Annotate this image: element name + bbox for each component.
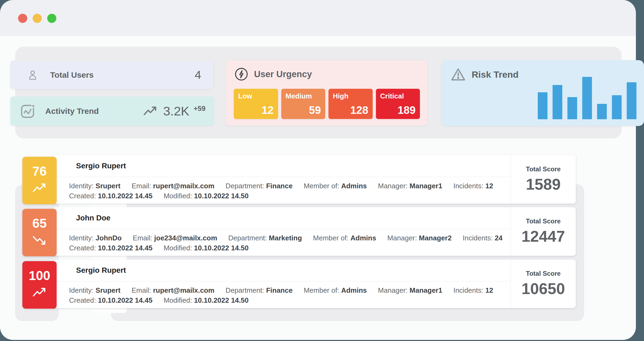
user-details-line-1: Identity: Srupert Email: rupert@mailx.co… — [69, 285, 511, 295]
total-score-panel: Total Score 10650 — [511, 260, 576, 308]
field-value: 10.10.2022 14.50 — [194, 192, 248, 200]
user-row[interactable]: Sergio Rupert Identity: Srupert Email: r… — [53, 155, 576, 204]
field-value: 10.10.2022 14.50 — [194, 296, 248, 304]
field-label: Identity: — [69, 182, 94, 190]
field-value: 12 — [485, 286, 493, 294]
total-users-value: 4 — [195, 68, 201, 81]
field-label: Created: — [69, 192, 96, 200]
field-value: joe234@mailx.com — [154, 234, 217, 242]
user-details-line-2: Created: 10.10.2022 14.45 Modified: 10.1… — [69, 295, 511, 305]
user-row[interactable]: Sergio Rupert Identity: Srupert Email: r… — [53, 260, 576, 308]
trend-up-icon — [143, 105, 158, 117]
field-label: Manager: — [378, 286, 407, 294]
field-value: JohnDo — [95, 234, 122, 242]
field-label: Incidents: — [453, 286, 483, 294]
user-row-badge: 76 — [22, 157, 57, 204]
field-value: Admins — [341, 286, 367, 294]
field-value: Manager1 — [410, 286, 442, 294]
user-details: Identity: JohnDo Email: joe234@mailx.com… — [53, 229, 511, 253]
field-value: Manager1 — [410, 182, 442, 190]
activity-trend-card: Activity Trend 3.2K +59 — [10, 97, 214, 125]
total-score-panel: Total Score 12447 — [511, 207, 576, 256]
urgency-tile-value: 128 — [350, 104, 368, 116]
field-value: rupert@mailx.com — [153, 182, 214, 190]
field-value: Admins — [341, 182, 367, 190]
field-label: Created: — [69, 296, 96, 304]
risk-bar — [582, 77, 592, 119]
field-value: rupert@mailx.com — [153, 286, 214, 294]
urgency-tile-value: 189 — [398, 104, 416, 116]
user-details: Identity: Srupert Email: rupert@mailx.co… — [53, 281, 511, 305]
dashboard-screenshot: Total Users 4 Activity Trend 3.2K +59 Us… — [0, 0, 644, 341]
field-label: Email: — [132, 286, 151, 294]
user-row-badge: 100 — [22, 261, 57, 309]
risk-bar — [597, 104, 607, 119]
risk-trend-bars — [538, 77, 636, 119]
field-label: Incidents: — [463, 234, 493, 242]
field-value: 10.10.2022 14.45 — [98, 296, 152, 304]
trend-up-icon — [32, 182, 47, 194]
activity-icon — [19, 103, 36, 120]
field-value: Admins — [351, 234, 376, 242]
urgency-tiles: Low 12 Medium 59 High 128 Critical 189 — [234, 89, 420, 119]
user-score: 76 — [32, 164, 47, 179]
field-value: Manager2 — [419, 234, 451, 242]
urgency-tile-medium: Medium 59 — [281, 89, 326, 119]
urgency-bolt-icon — [234, 67, 249, 81]
minimize-window-button[interactable] — [33, 14, 42, 23]
trend-down-icon — [32, 234, 47, 246]
warning-triangle-icon — [451, 67, 466, 81]
field-label: Member of: — [304, 182, 339, 190]
total-score-panel: Total Score 1589 — [511, 155, 576, 204]
field-value: 10.10.2022 14.45 — [98, 244, 152, 252]
risk-trend-card: Risk Trend — [441, 60, 644, 126]
user-score: 100 — [29, 268, 50, 283]
field-label: Department: — [225, 182, 264, 190]
field-value: Finance — [266, 286, 293, 294]
total-score-value: 12447 — [522, 227, 565, 245]
activity-trend-label: Activity Trend — [45, 107, 99, 116]
user-details-line-1: Identity: JohnDo Email: joe234@mailx.com… — [69, 233, 511, 243]
window-titlebar — [0, 0, 636, 36]
trend-up-icon — [32, 287, 47, 298]
field-label: Identity: — [69, 234, 94, 242]
user-details: Identity: Srupert Email: rupert@mailx.co… — [53, 177, 511, 201]
field-value: 10.10.2022 14.50 — [194, 244, 248, 252]
user-urgency-card: User Urgency Low 12 Medium 59 High 128 C… — [226, 60, 427, 125]
urgency-tile-high: High 128 — [328, 89, 373, 119]
urgency-tile-label: High — [333, 92, 348, 100]
user-row-main: Sergio Rupert Identity: Srupert Email: r… — [53, 260, 511, 308]
risk-bar — [612, 95, 622, 119]
field-value: 24 — [495, 234, 502, 242]
user-name: Sergio Rupert — [53, 155, 511, 177]
urgency-tile-label: Medium — [286, 92, 312, 100]
field-label: Department: — [228, 234, 267, 242]
user-icon — [27, 69, 38, 81]
maximize-window-button[interactable] — [47, 14, 56, 23]
user-row[interactable]: John Doe Identity: JohnDo Email: joe234@… — [53, 207, 576, 256]
activity-trend-value: 3.2K — [163, 104, 189, 118]
total-score-label: Total Score — [526, 217, 561, 225]
urgency-tile-label: Low — [238, 92, 252, 100]
field-label: Manager: — [378, 182, 407, 190]
field-label: Member of: — [313, 234, 349, 242]
user-row-badge: 65 — [22, 209, 57, 256]
field-value: Finance — [266, 182, 293, 190]
activity-trend-delta: +59 — [194, 104, 205, 113]
field-value: 12 — [485, 182, 493, 190]
risk-trend-label: Risk Trend — [472, 69, 519, 80]
urgency-tile-value: 12 — [262, 104, 274, 116]
field-label: Modified: — [164, 296, 192, 304]
field-value: Srupert — [95, 286, 120, 294]
user-row-main: John Doe Identity: JohnDo Email: joe234@… — [53, 207, 511, 256]
total-users-card: Total Users 4 — [10, 61, 214, 89]
user-name: John Doe — [53, 207, 511, 229]
close-window-button[interactable] — [18, 14, 27, 23]
user-row-main: Sergio Rupert Identity: Srupert Email: r… — [53, 155, 511, 204]
total-score-label: Total Score — [526, 270, 561, 277]
urgency-tile-critical: Critical 189 — [376, 89, 420, 119]
urgency-tile-label: Critical — [380, 92, 404, 100]
risk-bar — [538, 92, 547, 119]
field-label: Email: — [133, 234, 152, 242]
field-label: Incidents: — [453, 182, 483, 190]
